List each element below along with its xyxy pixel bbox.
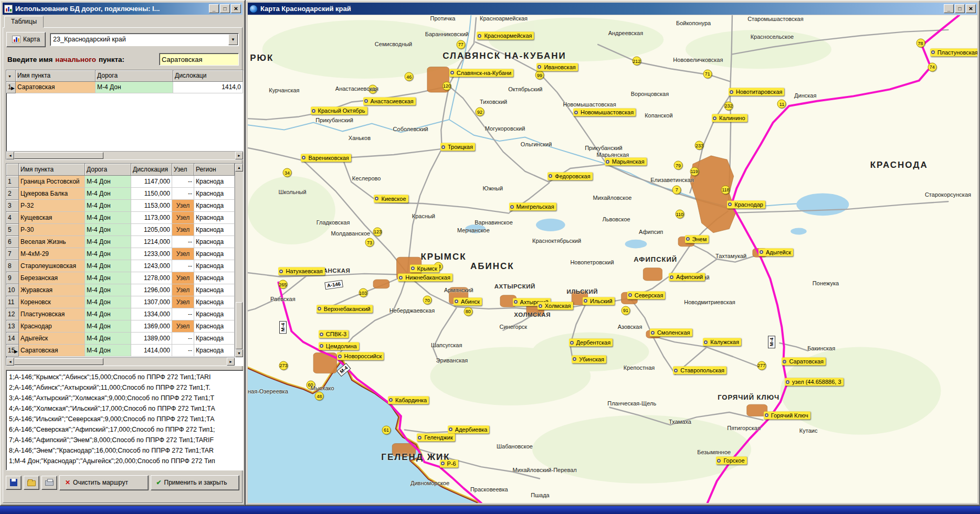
road-cell[interactable]: М-4 Дон <box>85 284 131 296</box>
location-cell[interactable]: 1307,000 <box>131 296 172 308</box>
column-header[interactable]: Дислокация <box>131 164 172 176</box>
road-cell[interactable]: М-4 Дон <box>85 260 131 272</box>
map-town-label[interactable]: Анастасиевская <box>363 97 416 105</box>
map-town-label[interactable]: Энем <box>685 235 709 243</box>
map-town-label[interactable]: Пластуновская <box>930 48 977 56</box>
point-name-cell[interactable]: Березанская <box>19 272 85 284</box>
road-cell[interactable]: М-4 Дон <box>85 176 131 188</box>
map-town-label[interactable]: Дербентская <box>569 339 613 347</box>
map-town-label[interactable]: СПВК-3 <box>319 330 349 338</box>
location-cell[interactable]: 1147,000 <box>131 176 172 188</box>
point-name-cell[interactable]: Краснодар <box>19 320 85 333</box>
location-cell[interactable]: 1233,000 <box>131 248 172 260</box>
map-town-label[interactable]: Северская <box>627 291 666 299</box>
map-town-label[interactable]: Калинино <box>712 114 747 122</box>
map-town-label[interactable]: Р-6 <box>440 459 458 467</box>
location-cell[interactable]: 1153,000 <box>131 200 172 212</box>
close-button[interactable]: ✕ <box>231 4 241 13</box>
location-cell[interactable]: 1296,000 <box>131 284 172 296</box>
region-cell[interactable]: Краснода <box>194 296 235 308</box>
horizontal-scrollbar[interactable]: ◄ ► <box>6 151 243 159</box>
map-town-label[interactable]: Ильский <box>583 297 615 305</box>
node-cell[interactable]: Узел <box>172 224 194 236</box>
map-town-label[interactable]: Красноармейская <box>477 32 534 40</box>
map-town-label[interactable]: Новороссийск <box>337 352 384 360</box>
region-cell[interactable]: Краснода <box>194 272 235 284</box>
taskbar[interactable] <box>0 506 980 514</box>
tab-tables[interactable]: Таблицы <box>4 16 44 28</box>
map-town-label[interactable]: Киевское <box>374 195 408 202</box>
minimize-button[interactable]: _ <box>209 4 219 13</box>
horizontal-scrollbar[interactable]: ◄ ► <box>6 357 235 366</box>
table-row[interactable]: 15▶СаратовскаяМ-4 Дон1414,000--Краснода <box>6 345 235 357</box>
map-town-label[interactable]: Холмская <box>538 302 573 310</box>
scroll-up-icon[interactable]: ▲ <box>235 164 243 172</box>
table-row[interactable]: 2Цукерова БалкаМ-4 Дон1150,000--Краснода <box>6 188 235 200</box>
table-row[interactable]: 9БерезанскаяМ-4 Дон1278,000УзелКраснода <box>6 272 235 284</box>
location-cell[interactable]: 1173,000 <box>131 212 172 224</box>
node-cell[interactable]: Узел <box>172 284 194 296</box>
region-cell[interactable]: Краснода <box>194 345 235 357</box>
location-cell[interactable]: 1243,000 <box>131 260 172 272</box>
map-town-label[interactable]: Абинск <box>454 297 482 305</box>
map-town-label[interactable]: Ивановская <box>536 63 577 71</box>
node-cell[interactable]: Узел <box>172 200 194 212</box>
table-row[interactable]: 8СтаролеушковскаяМ-4 Дон1243,000--Красно… <box>6 260 235 272</box>
point-name-cell[interactable]: Веселая Жизнь <box>19 236 85 248</box>
column-header[interactable]: Дорога <box>85 164 131 176</box>
table-row[interactable]: 13КраснодарМ-4 Дон1369,000УзелКраснода <box>6 320 235 333</box>
node-cell[interactable]: -- <box>172 308 194 320</box>
region-select[interactable]: 23_Краснодарский край ▼ <box>50 33 239 46</box>
location-cell[interactable]: 1278,000 <box>131 272 172 284</box>
map-town-label[interactable]: Варениковская <box>301 154 351 162</box>
region-cell[interactable]: Краснода <box>194 224 235 236</box>
open-button[interactable] <box>24 476 39 490</box>
road-cell[interactable]: М-4 Дон <box>85 308 131 320</box>
point-name-cell[interactable]: Адыгейск <box>19 333 85 345</box>
map-town-label[interactable]: Крымск <box>410 264 439 272</box>
map-town-label[interactable]: Натухаевская <box>278 267 324 275</box>
table-row[interactable]: 11КореновскМ-4 Дон1307,000УзелКраснода <box>6 296 235 308</box>
column-header[interactable]: Регион <box>194 164 235 176</box>
column-header[interactable]: Имя пункта <box>19 164 85 176</box>
map-town-label[interactable]: узел (44.658886, 3 <box>785 378 844 386</box>
map-town-label[interactable]: Верхнебаканский <box>317 305 373 313</box>
column-header[interactable]: Дислокаци <box>173 70 243 82</box>
map-town-label[interactable]: Мингрельская <box>509 203 556 211</box>
map-town-label[interactable]: Красный Октябрь <box>311 107 367 115</box>
point-name-cell[interactable]: Р-32 <box>19 200 85 212</box>
road-cell[interactable]: М-4 Дон <box>85 200 131 212</box>
region-cell[interactable]: Краснода <box>194 320 235 333</box>
region-cell[interactable]: Краснода <box>194 248 235 260</box>
road-cell[interactable]: М-4 Дон <box>85 272 131 284</box>
point-name-cell[interactable]: Р-30 <box>19 224 85 236</box>
map-town-label[interactable]: Новотитаровская <box>729 88 784 96</box>
region-cell[interactable]: Краснода <box>194 284 235 296</box>
map-town-label[interactable]: Славянск-на-Кубани <box>449 69 513 77</box>
map-town-label[interactable]: Адыгейск <box>758 248 793 256</box>
scrollbar-thumb[interactable] <box>236 302 243 349</box>
road-cell[interactable]: М-4 Дон <box>85 320 131 333</box>
point-name-cell[interactable]: Журавская <box>19 284 85 296</box>
region-cell[interactable]: Краснода <box>194 212 235 224</box>
map-town-label[interactable]: Убинская <box>572 355 606 363</box>
column-filter-cell[interactable]: ▼ <box>6 70 16 82</box>
location-cell[interactable]: 1414,000 <box>131 345 172 357</box>
node-cell[interactable]: -- <box>172 176 194 188</box>
map-town-label[interactable]: Марьянская <box>605 158 647 166</box>
scroll-right-icon[interactable]: ► <box>235 152 243 159</box>
map-town-label[interactable]: Адербиевка <box>448 425 490 433</box>
map-town-label[interactable]: Нижнебаканская <box>398 274 452 282</box>
map-town-label[interactable]: Горячий Ключ <box>764 411 810 419</box>
db-window-titlebar[interactable]: Использование БД дорог, подключены: I...… <box>3 3 243 15</box>
point-name-cell[interactable]: Кущевская <box>19 212 85 224</box>
region-cell[interactable]: Краснода <box>194 188 235 200</box>
print-button[interactable] <box>41 476 57 490</box>
map-town-label[interactable]: Федоровская <box>547 172 592 180</box>
map-town-label[interactable]: Краснодар <box>727 200 765 208</box>
map-area[interactable]: КрасноармейскаяСлавянск-на-КубаниИвановс… <box>248 15 977 503</box>
maximize-button[interactable]: □ <box>220 4 230 13</box>
road-cell[interactable]: М-4 Дон <box>85 224 131 236</box>
scroll-right-icon[interactable]: ► <box>227 358 235 366</box>
road-cell[interactable]: М-4 Дон <box>85 188 131 200</box>
